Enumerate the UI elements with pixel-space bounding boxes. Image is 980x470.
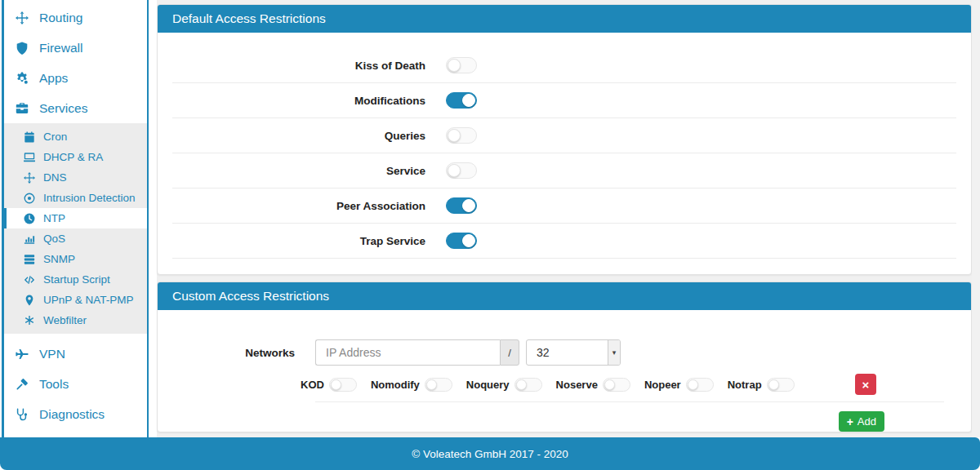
shield-icon (16, 42, 29, 55)
code-icon (24, 274, 35, 286)
sidebar-item-label: Webfilter (43, 314, 87, 326)
setting-label: Queries (172, 130, 425, 142)
sidebar-item-startup-script[interactable]: Startup Script (4, 269, 147, 290)
sidebar-item-label: NTP (43, 212, 65, 224)
flag-toggles: KODNomodifyNoqueryNoserveNopeerNotrap (301, 378, 795, 392)
divider (315, 401, 944, 402)
sidebar-item-label: Cron (43, 131, 67, 143)
gears-icon (16, 72, 29, 85)
toggle-nopeer[interactable] (686, 378, 714, 392)
custom-access-restrictions-panel: Custom Access Restrictions Networks / ▾ (157, 282, 972, 432)
custom-panel-body: Networks / ▾ KODNomodifyNoqueryNoserveNo… (158, 310, 971, 432)
toggle-modifications[interactable] (446, 92, 477, 109)
display-icon (24, 152, 35, 163)
toggle-kiss-of-death[interactable] (446, 57, 477, 73)
sidebar-item-dhcp-ra[interactable]: DHCP & RA (4, 147, 147, 167)
panel-header: Default Access Restrictions (158, 5, 971, 33)
setting-row-peer-association: Peer Association (172, 188, 956, 224)
delete-network-button[interactable]: × (855, 374, 876, 395)
sidebar-item-tools[interactable]: Tools (4, 369, 147, 399)
toggle-trap-service[interactable] (446, 233, 477, 249)
footer-copyright: © Voleatech GmbH 2017 - 2020 (412, 448, 568, 460)
sidebar-item-webfilter[interactable]: Webfilter (4, 310, 147, 330)
sidebar-item-firewall[interactable]: Firewall (4, 33, 147, 63)
setting-row-kiss-of-death: Kiss of Death (172, 48, 956, 83)
toggle-peer-association[interactable] (446, 197, 477, 214)
sidebar-item-services[interactable]: Services (4, 93, 147, 123)
toggle-knob (462, 94, 475, 107)
add-network-button[interactable]: + Add (839, 411, 884, 432)
sidebar-item-qos[interactable]: QoS (4, 228, 147, 249)
sidebar-item-diagnostics[interactable]: Diagnostics (4, 399, 147, 429)
toggle-knob (426, 379, 437, 390)
ip-address-input[interactable] (315, 339, 500, 366)
toggle-knob (516, 379, 527, 390)
flag-nomodify: Nomodify (371, 378, 452, 392)
setting-row-queries: Queries (172, 118, 956, 153)
slash-separator: / (500, 339, 519, 366)
sidebar-item-label: VPN (39, 347, 65, 361)
toggle-nomodify[interactable] (425, 378, 452, 392)
stethoscope-icon (16, 408, 29, 421)
default-settings-list: Kiss of DeathModificationsQueriesService… (158, 33, 971, 274)
prefix-length-input[interactable] (526, 339, 621, 366)
bullseye-icon (24, 193, 35, 204)
sidebar-item-label: Services (39, 101, 87, 116)
sidebar-item-label: Routing (39, 11, 82, 25)
flag-notrap: Notrap (728, 378, 795, 392)
toggle-service[interactable] (446, 162, 477, 179)
toggle-knob (688, 379, 698, 390)
sidebar-item-routing[interactable]: Routing (4, 2, 147, 33)
flag-label: Noserve (556, 379, 598, 391)
ip-input-group: / (315, 339, 519, 366)
setting-label: Kiss of Death (172, 60, 425, 72)
toggle-knob (448, 129, 461, 142)
sidebar-item-label: DHCP & RA (43, 151, 103, 163)
sidebar-item-dns[interactable]: DNS (4, 167, 147, 188)
flag-noserve: Noserve (556, 378, 630, 392)
sidebar-item-label: SNMP (43, 253, 75, 265)
sidebar-item-snmp[interactable]: SNMP (4, 249, 147, 269)
sidebar-item-label: Intrusion Detection (43, 192, 136, 204)
toggle-queries[interactable] (446, 127, 477, 144)
jet-icon (16, 348, 29, 361)
arrows-icon (24, 172, 35, 184)
sidebar-item-intrusion-detection[interactable]: Intrusion Detection (4, 188, 147, 208)
sidebar-item-ntp[interactable]: NTP (4, 208, 147, 228)
flags-row: KODNomodifyNoqueryNoserveNopeerNotrap × (301, 374, 971, 395)
bar-chart-icon (24, 233, 35, 245)
main-content: Default Access Restrictions Kiss of Deat… (157, 0, 972, 437)
sidebar-item-label: DNS (43, 171, 67, 184)
toggle-noserve[interactable] (603, 378, 630, 392)
setting-row-service: Service (172, 153, 956, 188)
flag-noquery: Noquery (466, 378, 542, 392)
caret-down-icon: ▾ (612, 348, 617, 357)
arrows-icon (16, 11, 29, 24)
sidebar-item-cron[interactable]: Cron (4, 126, 147, 147)
asterisk-icon (24, 315, 35, 326)
services-submenu: CronDHCP & RADNSIntrusion DetectionNTPQo… (4, 123, 147, 334)
toggle-notrap[interactable] (767, 378, 795, 392)
flag-nopeer: Nopeer (644, 378, 714, 392)
sidebar-item-label: QoS (43, 233, 65, 245)
toggle-knob (768, 379, 779, 390)
flag-label: Noquery (466, 379, 510, 391)
sidebar-item-label: Firewall (39, 41, 82, 55)
setting-label: Modifications (172, 95, 425, 107)
plus-icon: + (847, 416, 853, 428)
networks-label: Networks (158, 347, 295, 359)
toggle-kod[interactable] (329, 378, 357, 392)
toggle-noquery[interactable] (514, 378, 542, 392)
setting-label: Peer Association (172, 200, 425, 212)
sidebar-item-upnp-nat-pmp[interactable]: UPnP & NAT-PMP (4, 290, 147, 310)
sidebar-item-apps[interactable]: Apps (4, 63, 147, 93)
networks-row: Networks / ▾ (158, 339, 971, 366)
right-gutter (972, 0, 980, 437)
prefix-stepper[interactable]: ▾ (608, 340, 620, 365)
sidebar-item-label: Apps (39, 71, 68, 86)
setting-row-modifications: Modifications (172, 83, 956, 118)
sidebar-item-vpn[interactable]: VPN (4, 339, 147, 369)
toggle-knob (448, 59, 461, 72)
flag-label: Notrap (728, 379, 762, 391)
toggle-knob (331, 379, 341, 390)
